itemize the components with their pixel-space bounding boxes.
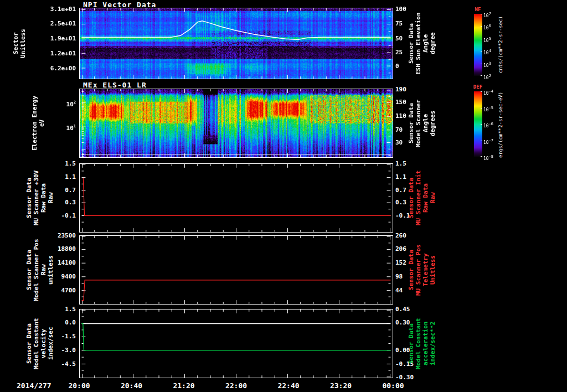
colorbar-nf — [474, 14, 482, 76]
axis-label-line: Model Scanner Pos — [33, 235, 40, 305]
panel-scanner-30v — [79, 163, 393, 233]
y-tick-label-left: 2.5e+01 — [47, 20, 76, 27]
axis-label-line: Model Scanner — [415, 89, 422, 158]
npi-right-axis-label: Sensor DataESH Sun ElevationAngledegree — [408, 8, 436, 79]
colorbar-tick-label: 10-5 — [483, 106, 493, 112]
axis-label-line: MU Scanner Pos — [415, 235, 422, 305]
x-tick-label: 20:00 — [68, 381, 90, 390]
axis-label-line: Raw — [40, 235, 47, 305]
colorbar-tick-label: 10-8 — [483, 154, 493, 161]
panel-title-els: MEx ELS-01 LR — [83, 81, 147, 89]
colorbar-tick-label: 106 — [483, 24, 491, 30]
model-constant-left-axis-label: Sensor DataModel Constantvelocityindex/s… — [25, 309, 54, 378]
axis-label-line: unitless — [47, 235, 54, 305]
axis-label-line: Angle — [422, 89, 429, 158]
axis-label-line: MU Scanner +30V — [33, 163, 40, 233]
x-tick-label: 21:20 — [173, 381, 194, 390]
colorbar-tick-label: 107 — [483, 12, 491, 18]
scanner-pos-left-axis-label: Sensor DataModel Scanner PosRawunitless — [25, 235, 54, 305]
colorbar-tick-label: 104 — [483, 49, 491, 55]
scanner-pos-raw-line — [82, 280, 391, 301]
axis-label-line: degree — [429, 8, 436, 79]
axis-label-line: Angle — [422, 8, 429, 79]
panel-els — [79, 89, 393, 158]
colorbar-tick-label: 103 — [483, 61, 491, 68]
axis-label-line: Sensor Data — [408, 309, 415, 378]
els-left-axis-label: Electron EnergyeV — [31, 89, 45, 158]
els-plot-overlay — [80, 89, 393, 157]
axis-label-line: index/sec — [47, 309, 54, 378]
axis-label-line: Unitless — [429, 235, 436, 305]
axis-label-line: Telemetry — [422, 235, 429, 305]
axis-label-line: index/sec**2 — [429, 309, 436, 378]
model-constant-plot-overlay — [80, 310, 393, 378]
axis-label-line: Electron Energy — [31, 89, 38, 158]
colorbar-nf-units: cnts/(cm**2-sr-sec) — [498, 11, 503, 79]
x-axis-date-label: 2014/277 — [17, 381, 51, 390]
axis-label-line: degrees — [429, 89, 436, 158]
axis-label-line: Sensor Data — [408, 8, 415, 79]
y-tick-label-left: 3.1e+01 — [47, 6, 76, 13]
axis-label-line: Sensor Data — [25, 163, 33, 233]
panel-npi — [79, 8, 393, 79]
axis-label-line: Model Constant — [33, 309, 40, 378]
science-plot-screen: NPI Vector Data MEx ELS-01 LR 2014/277 N… — [0, 0, 567, 392]
scanner-pos-plot-overlay — [80, 236, 393, 304]
x-tick-label: 20:40 — [121, 381, 142, 390]
panel-scanner-pos — [79, 235, 393, 305]
npi-plot-overlay — [80, 8, 393, 79]
colorbar-tick-label: 10-6 — [483, 122, 493, 128]
colorbar-def — [474, 91, 482, 157]
scanner-30v-right-axis-label: Sensor DataMU Scanner InitRaw DataRaw — [408, 163, 436, 233]
sun-elevation-line — [81, 21, 390, 40]
colorbar-tick-label: 10-4 — [483, 89, 493, 96]
x-tick-label: 23:20 — [330, 381, 352, 390]
model-constant-right-axis-label: Sensor DataModel Constantaccelerationind… — [408, 309, 436, 378]
axis-label-line: Sensor Data — [408, 89, 415, 158]
axis-label-line: Raw — [47, 163, 54, 233]
axis-label-line: MU Scanner Init — [415, 163, 422, 233]
colorbar-tick-label: 10-7 — [483, 138, 493, 145]
axis-label-line: Sector — [12, 8, 19, 79]
colorbar-def-units: ergs/(cm**2-sr-sec-eV) — [498, 90, 503, 159]
axis-label-line: Raw Data — [40, 163, 47, 233]
y-tick-label-left: 1.9e+01 — [47, 35, 76, 42]
axis-label-line: Raw Data — [422, 163, 429, 233]
scanner-30v-raw-line — [82, 178, 391, 215]
axis-label-line: velocity — [40, 309, 47, 378]
axis-label-line: Raw — [429, 163, 436, 233]
axis-label-line: Sensor Data — [25, 235, 33, 305]
panel-model-constant — [79, 309, 393, 378]
npi-left-axis-label: SectorUnitless — [12, 8, 27, 79]
els-right-axis-label: Sensor DataModel ScannerAngledegrees — [408, 89, 436, 158]
axis-label-line: acceleration — [422, 309, 429, 378]
y-tick-label-left: 102 — [47, 99, 76, 108]
colorbar-tick-label: 105 — [483, 37, 491, 43]
scanner-30v-left-axis-label: Sensor DataMU Scanner +30VRaw DataRaw — [25, 163, 54, 233]
x-tick-label: 22:40 — [277, 381, 299, 390]
axis-label-line: Sensor Data — [25, 309, 33, 378]
y-tick-label-left: 1.2e+01 — [47, 50, 76, 57]
axis-label-line: Model Constant — [415, 309, 422, 378]
acceleration-line — [82, 323, 391, 350]
axis-label-line: Unitless — [19, 8, 27, 79]
axis-label-line: eV — [38, 89, 45, 158]
colorbar-tick-label: 102 — [483, 74, 491, 80]
x-tick-label: 22:00 — [225, 381, 247, 390]
scanner-30v-plot-overlay — [80, 164, 393, 232]
x-tick-label: 00:00 — [382, 381, 404, 390]
axis-label-line: Sensor Data — [408, 235, 415, 305]
y-tick-label-left: 101 — [47, 123, 76, 132]
y-tick-label-left: 6.2e+00 — [47, 65, 76, 72]
axis-label-line: ESH Sun Elevation — [415, 8, 422, 79]
scanner-pos-right-axis-label: Sensor DataMU Scanner PosTelemetryUnitle… — [408, 235, 436, 305]
axis-label-line: Sensor Data — [408, 163, 415, 233]
